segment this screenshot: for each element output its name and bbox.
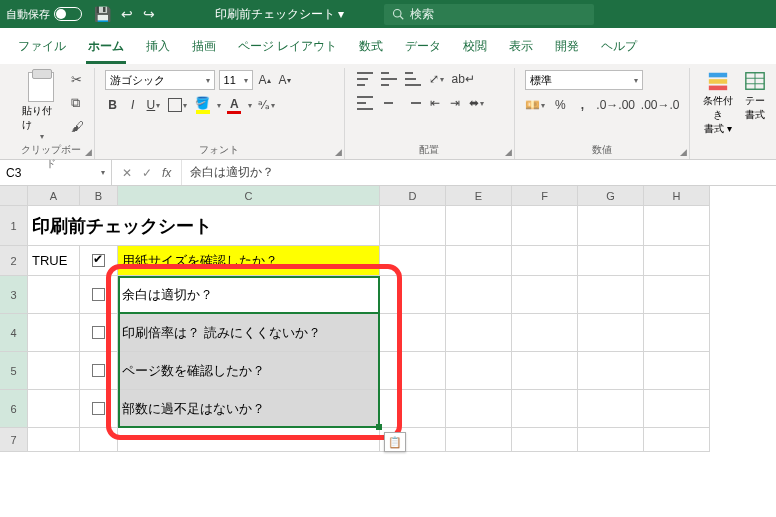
cell[interactable] xyxy=(28,390,80,428)
cell[interactable] xyxy=(644,390,710,428)
formula-bar[interactable]: 余白は適切か？ xyxy=(182,164,282,181)
cell[interactable] xyxy=(512,246,578,276)
checkbox-icon[interactable] xyxy=(92,326,105,339)
cell[interactable] xyxy=(578,428,644,452)
cell[interactable] xyxy=(28,352,80,390)
cell[interactable] xyxy=(118,428,380,452)
align-launcher-icon[interactable]: ◢ xyxy=(505,147,512,157)
cell-B3[interactable] xyxy=(80,276,118,314)
cell[interactable] xyxy=(578,390,644,428)
tab-view[interactable]: 表示 xyxy=(507,34,535,64)
cell-title[interactable]: 印刷前チェックシート xyxy=(28,206,380,246)
row-header-7[interactable]: 7 xyxy=(0,428,28,452)
save-icon[interactable]: 💾 xyxy=(94,6,111,22)
col-header-A[interactable]: A xyxy=(28,186,80,206)
row-header-6[interactable]: 6 xyxy=(0,390,28,428)
row-header-5[interactable]: 5 xyxy=(0,352,28,390)
tab-developer[interactable]: 開発 xyxy=(553,34,581,64)
font-name-combo[interactable]: 游ゴシック▾ xyxy=(105,70,215,90)
decrease-decimal-icon[interactable]: .00→.0 xyxy=(641,96,680,114)
cell[interactable] xyxy=(644,352,710,390)
fill-color-button[interactable]: 🪣 xyxy=(193,96,212,114)
col-header-F[interactable]: F xyxy=(512,186,578,206)
cell-C6[interactable]: 部数に過不足はないか？ xyxy=(118,390,380,428)
cell[interactable] xyxy=(28,314,80,352)
bold-button[interactable]: B xyxy=(105,96,121,114)
cell-A2[interactable]: TRUE xyxy=(28,246,80,276)
align-right-icon[interactable] xyxy=(403,94,423,112)
italic-button[interactable]: I xyxy=(125,96,141,114)
col-header-H[interactable]: H xyxy=(644,186,710,206)
autosave-toggle[interactable]: 自動保存 xyxy=(6,7,82,22)
cell[interactable] xyxy=(380,206,446,246)
cell[interactable] xyxy=(644,246,710,276)
cell[interactable] xyxy=(512,314,578,352)
phonetic-button[interactable]: ᵃ⁄ₐ▾ xyxy=(256,96,277,114)
cell[interactable] xyxy=(380,390,446,428)
cell-B2[interactable] xyxy=(80,246,118,276)
cell[interactable] xyxy=(578,276,644,314)
align-top-icon[interactable] xyxy=(355,70,375,88)
cell-B4[interactable] xyxy=(80,314,118,352)
redo-icon[interactable]: ↪ xyxy=(143,6,155,22)
copy-icon[interactable]: ⧉ xyxy=(71,95,84,111)
shrink-font-icon[interactable]: A▾ xyxy=(277,71,293,89)
cell-C2[interactable]: 用紙サイズを確認したか？ xyxy=(118,246,380,276)
cell[interactable] xyxy=(578,246,644,276)
checkbox-icon[interactable] xyxy=(92,364,105,377)
cell-C5[interactable]: ページ数を確認したか？ xyxy=(118,352,380,390)
grow-font-icon[interactable]: A▴ xyxy=(257,71,273,89)
select-all-triangle[interactable] xyxy=(0,186,28,206)
cell[interactable] xyxy=(446,314,512,352)
row-header-4[interactable]: 4 xyxy=(0,314,28,352)
enter-formula-icon[interactable]: ✓ xyxy=(142,166,152,180)
col-header-G[interactable]: G xyxy=(578,186,644,206)
increase-indent-icon[interactable]: ⇥ xyxy=(447,94,463,112)
checkbox-icon[interactable] xyxy=(92,402,105,415)
cell[interactable] xyxy=(380,246,446,276)
cell[interactable] xyxy=(512,206,578,246)
cell[interactable] xyxy=(512,276,578,314)
format-painter-icon[interactable]: 🖌 xyxy=(71,119,84,134)
cell[interactable] xyxy=(578,314,644,352)
comma-format-icon[interactable]: , xyxy=(574,96,590,114)
align-bottom-icon[interactable] xyxy=(403,70,423,88)
tab-data[interactable]: データ xyxy=(403,34,443,64)
cell[interactable] xyxy=(644,314,710,352)
font-size-combo[interactable]: 11▾ xyxy=(219,70,253,90)
merge-center-icon[interactable]: ⬌▾ xyxy=(467,94,486,112)
decrease-indent-icon[interactable]: ⇤ xyxy=(427,94,443,112)
col-header-E[interactable]: E xyxy=(446,186,512,206)
row-header-2[interactable]: 2 xyxy=(0,246,28,276)
cell[interactable] xyxy=(28,276,80,314)
tab-insert[interactable]: 挿入 xyxy=(144,34,172,64)
cell[interactable] xyxy=(80,428,118,452)
cell-C4[interactable]: 印刷倍率は？ 読みにくくないか？ xyxy=(118,314,380,352)
wrap-text-icon[interactable]: ab↵ xyxy=(450,70,477,88)
borders-button[interactable]: ▾ xyxy=(166,96,189,114)
row-header-1[interactable]: 1 xyxy=(0,206,28,246)
cell[interactable] xyxy=(446,390,512,428)
col-header-C[interactable]: C xyxy=(118,186,380,206)
tab-draw[interactable]: 描画 xyxy=(190,34,218,64)
format-as-table-button[interactable]: テー 書式 xyxy=(744,70,766,136)
align-middle-icon[interactable] xyxy=(379,70,399,88)
fx-icon[interactable]: fx xyxy=(162,166,171,180)
col-header-D[interactable]: D xyxy=(380,186,446,206)
underline-button[interactable]: U▾ xyxy=(145,96,163,114)
worksheet-grid[interactable]: A B C D E F G H 1 印刷前チェックシート 2 TRUE 用紙サイ… xyxy=(0,186,776,452)
cell[interactable] xyxy=(380,314,446,352)
checkbox-icon[interactable] xyxy=(92,254,105,267)
orientation-icon[interactable]: ⤢▾ xyxy=(427,70,446,88)
cell-B5[interactable] xyxy=(80,352,118,390)
paste-options-button[interactable]: 📋 xyxy=(384,432,406,452)
font-color-button[interactable]: A xyxy=(225,96,243,114)
cell[interactable] xyxy=(512,352,578,390)
cell[interactable] xyxy=(446,246,512,276)
cut-icon[interactable]: ✂ xyxy=(71,72,84,87)
cell[interactable] xyxy=(578,352,644,390)
tab-file[interactable]: ファイル xyxy=(16,34,68,64)
clipboard-launcher-icon[interactable]: ◢ xyxy=(85,147,92,157)
paste-button[interactable]: 貼り付け ▾ xyxy=(18,70,65,143)
cell[interactable] xyxy=(512,390,578,428)
